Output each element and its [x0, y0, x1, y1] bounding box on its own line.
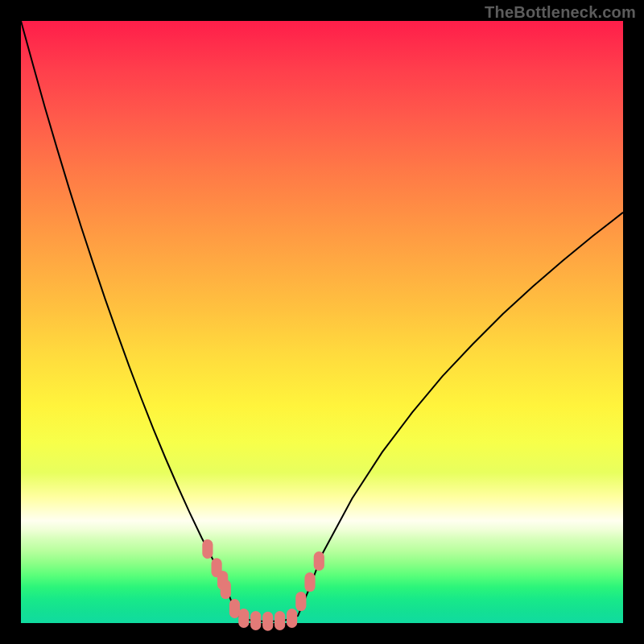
curve-marker	[221, 580, 231, 599]
plot-area	[21, 21, 623, 623]
curve-marker	[287, 609, 297, 628]
curve-marker	[262, 612, 273, 631]
curve-marker	[202, 539, 213, 559]
curve-marker	[250, 611, 261, 630]
marker-group	[202, 539, 324, 631]
curve-marker	[314, 551, 324, 571]
watermark-text: TheBottleneck.com	[485, 3, 636, 22]
chart-svg	[21, 21, 623, 623]
curve-marker	[238, 609, 249, 628]
bottleneck-curve	[21, 21, 623, 621]
curve-marker	[295, 592, 306, 611]
curve-marker	[304, 572, 315, 592]
curve-marker	[275, 611, 285, 630]
curve-marker	[229, 599, 240, 618]
chart-frame: TheBottleneck.com	[0, 0, 644, 644]
